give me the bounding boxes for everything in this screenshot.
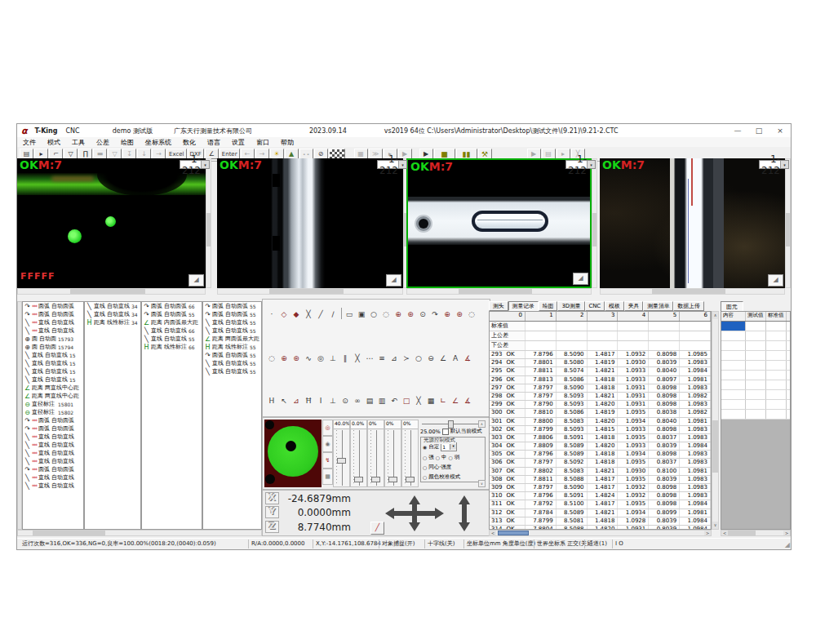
table-cell[interactable] [557,341,588,350]
element-cell[interactable] [746,322,766,331]
measure-item[interactable]: ╲直线自动直线55 [203,326,261,335]
table-cell-value[interactable]: 7.8813 [526,376,557,384]
element-cell[interactable] [766,322,787,331]
element-cell[interactable] [766,390,787,399]
table-cell-value[interactable]: 1.0984 [680,500,711,508]
table-row[interactable]: 299OK7.87908.50931.48201.09310.80981.098… [490,401,711,409]
table-cell-value[interactable]: 1.0934 [618,509,649,517]
element-cell[interactable] [721,351,746,360]
table-cell[interactable] [680,322,711,331]
ring2-tool[interactable]: ⊛ [290,352,302,364]
parallel-tool[interactable]: ∥ [339,352,351,364]
tab-测头[interactable]: 测头 [489,301,508,311]
element-cell[interactable] [766,371,787,380]
measure-item[interactable]: ╲***直线自动直线 [23,482,83,490]
box-tool[interactable]: □ [401,394,412,406]
table-cell-value[interactable]: 8.5086 [557,376,588,384]
table-row[interactable]: 303OK7.88068.50911.48181.09350.80371.098… [490,434,711,442]
table-row[interactable]: 312OK7.87848.50891.48211.09340.80991.098… [490,509,711,517]
table-cell-value[interactable]: 0.8098 [649,484,680,491]
element-row[interactable] [721,341,790,351]
table-row[interactable]: 293OK7.87968.50901.48171.09320.80981.098… [490,351,711,359]
ellipse2-tool[interactable]: ◌ [266,352,277,364]
table-cell-value[interactable]: 7.8790 [526,401,557,408]
table-cell-value[interactable]: 1.4817 [588,484,619,491]
width-dim-tool[interactable]: H [266,394,277,406]
table-cell-value[interactable]: 1.0934 [618,418,649,425]
table-row[interactable]: 308OK7.88118.50881.48171.09350.80391.098… [490,476,711,484]
table-cell-value[interactable]: 1.0932 [618,351,649,358]
dim-vertical-tool[interactable]: ∠ [450,394,461,406]
table-cell-value[interactable]: 0.8097 [649,376,680,384]
table-cell-value[interactable]: 0.8039 [649,517,680,525]
table-cell-value[interactable]: 1.0983 [680,434,711,442]
edge-line-tool[interactable]: ∕ [327,308,339,320]
table-cell-value[interactable]: 7.8802 [526,468,557,475]
column-header[interactable]: 6 [680,312,711,321]
table-cell-value[interactable]: 1.4815 [588,426,619,433]
radio-icon[interactable]: ○ [449,455,453,460]
table-cell[interactable] [618,341,649,350]
drop-tool[interactable]: ⊥ [327,394,339,406]
table-cell-value[interactable]: 7.8797 [526,484,557,491]
table-cell-id[interactable]: 308OK [490,476,526,483]
table-row[interactable]: 294OK7.88018.50801.48191.09300.80391.098… [490,359,711,367]
table-cell[interactable] [557,331,588,340]
table-cell[interactable]: 标准值 [490,322,526,331]
table-cell-value[interactable]: 8.5090 [557,384,588,392]
table-cell-id[interactable]: 295OK [490,367,526,375]
measure-item[interactable]: ↷圆弧自动圆弧55 [203,310,261,318]
measure-item[interactable]: ╲直线自动直线15 [23,367,83,375]
measure-item[interactable]: ╲***直线自动直线 [23,441,83,449]
measure-item[interactable]: ↷***圆弧自动圆弧 [23,416,83,424]
status-io[interactable]: I O [612,540,623,549]
column-header[interactable]: 5 [649,312,680,321]
table-cell-value[interactable]: 7.8811 [526,367,557,375]
measure-item[interactable]: ∠距离内圆弧最大距 [142,318,202,326]
table-cell-value[interactable]: 0.8040 [649,418,680,425]
tab-绘图[interactable]: 绘图 [539,301,558,311]
radio-icon[interactable]: ○ [423,455,427,460]
element-cell[interactable] [746,341,766,350]
resize-grip-icon[interactable]: ◢ [768,274,783,286]
intersect-tool[interactable]: ╳ [352,352,363,364]
table-cell-value[interactable]: 8.5089 [557,509,588,517]
table-cell-value[interactable]: 1.0983 [680,492,711,500]
ring-segment-button[interactable]: ◎ [322,420,333,436]
column-header[interactable]: 1 [526,312,557,321]
table-cell-value[interactable]: 8.5093 [557,393,588,400]
table-cell[interactable] [526,331,557,340]
camera-view-3-active[interactable]: OKM:7 ◢ 1-212▾ [406,158,597,295]
light-slider-thumb[interactable] [388,477,397,482]
table-cell-value[interactable]: 1.4817 [588,500,619,508]
table-cell-id[interactable]: 312OK [490,509,526,517]
table-cell-value[interactable]: 0.8037 [649,434,680,442]
radio-icon[interactable]: ○ [423,464,427,470]
menu-item[interactable]: 窗口 [251,138,275,147]
table-cell-value[interactable]: 0.8098 [649,492,680,500]
table-cell[interactable] [649,322,680,331]
table-cell-value[interactable]: 1.0931 [618,401,649,408]
table-cell-value[interactable]: 1.0983 [680,476,711,483]
point-set-tool[interactable]: ⋯ [364,352,375,364]
table-special-row[interactable]: 下公差 [490,341,711,351]
table-vscrollbar[interactable]: ∧ ∨ [712,311,719,530]
perpendicular-tool[interactable]: ⊥ [327,352,339,364]
measure-item[interactable]: ↷圆弧自动圆弧66 [142,302,202,310]
table-cell-id[interactable]: 306OK [490,459,526,466]
measure-item[interactable]: ╲直线自动直线15 [23,359,83,367]
table-cell-value[interactable]: 8.5090 [557,351,588,358]
radio-selected-icon[interactable]: ◉ [423,444,427,450]
table-cell[interactable] [680,331,711,340]
minimize-button[interactable]: — [727,127,748,135]
table-cell[interactable]: 下公差 [490,341,526,350]
ring-all-button[interactable]: ◉ [322,436,333,452]
camera-vscrollbar[interactable] [592,158,597,288]
element-row[interactable] [721,331,790,341]
table-cell-value[interactable]: 7.8800 [526,418,557,425]
circle-dashed-tool[interactable]: ◌ [380,308,392,320]
table-cell-value[interactable]: 0.8040 [649,367,680,375]
table-cell-value[interactable]: 7.8796 [526,451,557,458]
element-row[interactable] [721,410,790,420]
ring-light-preview[interactable] [264,420,322,487]
